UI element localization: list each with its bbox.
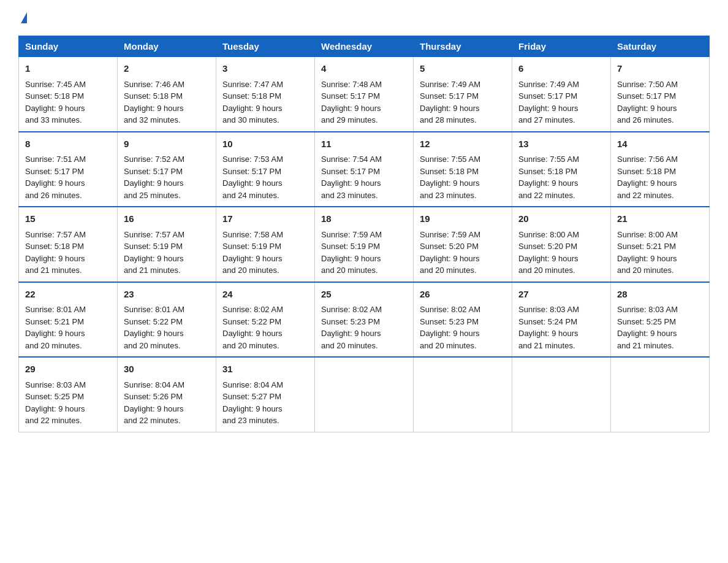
logo-triangle-icon	[21, 12, 27, 23]
daylight-text: Daylight: 9 hours	[25, 329, 85, 338]
daylight-text: Daylight: 9 hours	[321, 254, 381, 263]
day-number: 16	[124, 212, 210, 226]
calendar-cell: 9Sunrise: 7:52 AMSunset: 5:17 PMDaylight…	[118, 132, 216, 207]
calendar-cell: 2Sunrise: 7:46 AMSunset: 5:18 PMDaylight…	[118, 57, 216, 132]
daylight-text: Daylight: 9 hours	[124, 178, 184, 188]
daylight-minutes: and 30 minutes.	[222, 115, 279, 124]
daylight-text: Daylight: 9 hours	[518, 254, 578, 263]
daylight-text: Daylight: 9 hours	[420, 104, 480, 113]
daylight-text: Daylight: 9 hours	[124, 404, 184, 413]
daylight-minutes: and 20 minutes.	[420, 266, 477, 275]
sunset-text: Sunset: 5:23 PM	[420, 317, 479, 326]
daylight-minutes: and 25 minutes.	[124, 191, 181, 200]
sunset-text: Sunset: 5:25 PM	[617, 317, 676, 326]
calendar-cell: 3Sunrise: 7:47 AMSunset: 5:18 PMDaylight…	[216, 57, 315, 132]
sunrise-text: Sunrise: 7:55 AM	[420, 155, 480, 164]
day-number: 14	[617, 137, 703, 151]
sunrise-text: Sunrise: 8:04 AM	[124, 380, 184, 389]
daylight-minutes: and 22 minutes.	[124, 416, 181, 425]
daylight-minutes: and 23 minutes.	[222, 416, 279, 425]
day-number: 20	[518, 212, 604, 226]
day-number: 13	[518, 137, 604, 151]
calendar-cell	[315, 357, 414, 432]
daylight-minutes: and 33 minutes.	[25, 115, 82, 124]
sunset-text: Sunset: 5:18 PM	[25, 242, 84, 251]
daylight-text: Daylight: 9 hours	[321, 104, 381, 113]
daylight-minutes: and 20 minutes.	[25, 341, 82, 350]
daylight-text: Daylight: 9 hours	[518, 178, 578, 188]
week-row-4: 22Sunrise: 8:01 AMSunset: 5:21 PMDayligh…	[19, 282, 710, 358]
sunrise-text: Sunrise: 8:03 AM	[25, 380, 86, 389]
daylight-minutes: and 20 minutes.	[222, 266, 279, 275]
daylight-text: Daylight: 9 hours	[420, 329, 480, 338]
sunrise-text: Sunrise: 8:01 AM	[124, 305, 184, 314]
daylight-minutes: and 24 minutes.	[222, 191, 279, 200]
calendar-cell	[414, 357, 512, 432]
daylight-minutes: and 22 minutes.	[617, 191, 674, 200]
calendar-header: SundayMondayTuesdayWednesdayThursdayFrid…	[19, 36, 710, 57]
daylight-text: Daylight: 9 hours	[222, 404, 282, 413]
day-number: 3	[222, 62, 308, 76]
daylight-text: Daylight: 9 hours	[420, 254, 480, 263]
sunset-text: Sunset: 5:27 PM	[222, 392, 281, 401]
calendar-cell: 31Sunrise: 8:04 AMSunset: 5:27 PMDayligh…	[216, 357, 315, 432]
day-number: 8	[25, 137, 111, 151]
calendar-cell: 19Sunrise: 7:59 AMSunset: 5:20 PMDayligh…	[414, 207, 512, 282]
sunset-text: Sunset: 5:17 PM	[518, 91, 577, 101]
sunrise-text: Sunrise: 7:45 AM	[25, 80, 86, 89]
sunset-text: Sunset: 5:17 PM	[617, 91, 676, 101]
sunrise-text: Sunrise: 8:00 AM	[617, 230, 678, 239]
header-day-thursday: Thursday	[414, 36, 512, 57]
day-number: 7	[617, 62, 703, 76]
sunrise-text: Sunrise: 7:49 AM	[518, 80, 579, 89]
daylight-minutes: and 26 minutes.	[617, 115, 674, 124]
sunrise-text: Sunrise: 8:02 AM	[222, 305, 283, 314]
day-number: 2	[124, 62, 210, 76]
sunrise-text: Sunrise: 7:56 AM	[617, 155, 678, 164]
calendar-cell: 29Sunrise: 8:03 AMSunset: 5:25 PMDayligh…	[19, 357, 118, 432]
daylight-text: Daylight: 9 hours	[222, 254, 282, 263]
calendar-cell: 15Sunrise: 7:57 AMSunset: 5:18 PMDayligh…	[19, 207, 118, 282]
header-day-friday: Friday	[512, 36, 611, 57]
day-number: 10	[222, 137, 308, 151]
daylight-text: Daylight: 9 hours	[617, 104, 677, 113]
day-number: 31	[222, 362, 308, 377]
sunrise-text: Sunrise: 7:58 AM	[222, 230, 283, 239]
daylight-minutes: and 21 minutes.	[25, 266, 82, 275]
calendar-table: SundayMondayTuesdayWednesdayThursdayFrid…	[18, 36, 710, 432]
daylight-minutes: and 20 minutes.	[222, 341, 279, 350]
daylight-minutes: and 28 minutes.	[420, 115, 477, 124]
daylight-text: Daylight: 9 hours	[124, 254, 184, 263]
week-row-1: 1Sunrise: 7:45 AMSunset: 5:18 PMDaylight…	[19, 57, 710, 132]
header-day-tuesday: Tuesday	[216, 36, 315, 57]
daylight-text: Daylight: 9 hours	[124, 329, 184, 338]
daylight-text: Daylight: 9 hours	[222, 104, 282, 113]
sunset-text: Sunset: 5:18 PM	[518, 167, 577, 176]
daylight-minutes: and 21 minutes.	[617, 341, 674, 350]
calendar-cell: 4Sunrise: 7:48 AMSunset: 5:17 PMDaylight…	[315, 57, 414, 132]
sunset-text: Sunset: 5:18 PM	[617, 167, 676, 176]
logo-blue-text	[18, 12, 27, 23]
sunset-text: Sunset: 5:17 PM	[222, 167, 281, 176]
day-number: 5	[420, 62, 506, 76]
daylight-minutes: and 20 minutes.	[420, 341, 477, 350]
day-number: 18	[321, 212, 407, 226]
daylight-minutes: and 27 minutes.	[518, 115, 575, 124]
sunrise-text: Sunrise: 7:48 AM	[321, 80, 382, 89]
calendar-cell: 14Sunrise: 7:56 AMSunset: 5:18 PMDayligh…	[611, 132, 710, 207]
calendar-cell: 5Sunrise: 7:49 AMSunset: 5:17 PMDaylight…	[414, 57, 512, 132]
calendar-body: 1Sunrise: 7:45 AMSunset: 5:18 PMDaylight…	[19, 57, 710, 432]
sunset-text: Sunset: 5:18 PM	[25, 91, 84, 101]
sunset-text: Sunset: 5:26 PM	[124, 392, 183, 401]
daylight-text: Daylight: 9 hours	[617, 254, 677, 263]
calendar-cell: 26Sunrise: 8:02 AMSunset: 5:23 PMDayligh…	[414, 282, 512, 358]
header-day-saturday: Saturday	[611, 36, 710, 57]
daylight-minutes: and 22 minutes.	[518, 191, 575, 200]
sunset-text: Sunset: 5:19 PM	[222, 242, 281, 251]
calendar-cell: 7Sunrise: 7:50 AMSunset: 5:17 PMDaylight…	[611, 57, 710, 132]
sunrise-text: Sunrise: 8:02 AM	[420, 305, 480, 314]
daylight-minutes: and 20 minutes.	[124, 341, 181, 350]
sunset-text: Sunset: 5:20 PM	[420, 242, 479, 251]
week-row-5: 29Sunrise: 8:03 AMSunset: 5:25 PMDayligh…	[19, 357, 710, 432]
sunrise-text: Sunrise: 7:50 AM	[617, 80, 678, 89]
